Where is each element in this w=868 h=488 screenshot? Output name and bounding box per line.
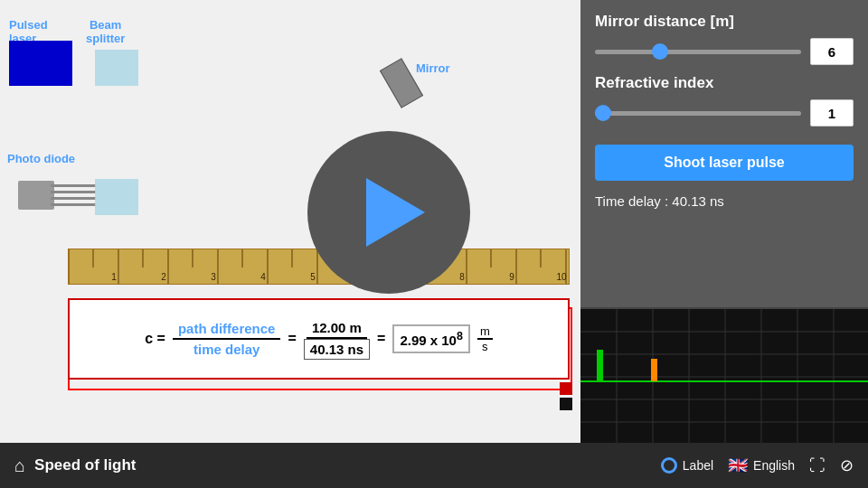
svg-text:3: 3 <box>211 272 216 282</box>
label-text: Label <box>683 458 713 473</box>
equals-1: = <box>288 331 296 347</box>
mirror-label: Mirror <box>416 61 450 75</box>
beam-splitter <box>95 50 138 86</box>
time-value: 40.13 ns <box>304 339 370 360</box>
red-square <box>560 382 572 395</box>
svg-text:1: 1 <box>111 272 117 282</box>
pulsed-laser <box>9 41 72 86</box>
unit-bottom: s <box>479 340 491 353</box>
home-icon[interactable]: ⌂ <box>14 455 25 476</box>
svg-rect-48 <box>651 359 657 381</box>
svg-text:4: 4 <box>260 272 266 282</box>
settings-icon[interactable]: ⊘ <box>840 455 854 475</box>
mirror-distance-row: 6 <box>595 38 854 65</box>
black-square <box>560 398 572 410</box>
svg-text:9: 9 <box>509 272 514 282</box>
formula-inner: c = path difference time delay = 12.00 m… <box>145 318 492 360</box>
shoot-button[interactable]: Shoot laser pulse <box>595 145 854 181</box>
bottom-left: ⌂ Speed of light <box>14 455 136 476</box>
label-circle-icon <box>661 457 677 474</box>
result-value: 2.99 x 108 <box>392 324 470 353</box>
formula-numerator: path difference <box>173 319 281 340</box>
refractive-index-label: Refractive index <box>595 74 854 92</box>
unit: m s <box>477 324 493 353</box>
wire-right-v <box>571 307 572 389</box>
refractive-index-slider[interactable] <box>595 111 801 116</box>
time-delay-label: Time delay : <box>595 193 672 209</box>
label-indicator[interactable]: Label <box>661 457 713 474</box>
bottom-bar: ⌂ Speed of light Label 🇬🇧 English ⛶ ⊘ <box>0 443 868 488</box>
photo-diode-label: Photo diode <box>7 152 75 165</box>
bottom-right: Label 🇬🇧 English ⛶ ⊘ <box>661 455 854 475</box>
mirror-distance-label: Mirror distance [m] <box>595 13 854 31</box>
svg-text:10: 10 <box>556 272 567 282</box>
bottom-title: Speed of light <box>34 456 136 474</box>
play-button[interactable] <box>307 131 470 294</box>
formula-denominator: time delay <box>188 340 265 359</box>
unit-top: m <box>477 324 493 340</box>
flag-icon: 🇬🇧 <box>728 455 748 475</box>
language-selector[interactable]: 🇬🇧 English <box>728 455 795 475</box>
refractive-index-value: 1 <box>810 99 854 127</box>
time-delay-display: Time delay : 40.13 ns <box>595 193 854 209</box>
main-scene: Pulsedlaser Beamsplitter Mirror Photo di… <box>0 0 580 443</box>
formula-fraction-left: path difference time delay <box>173 319 281 359</box>
c-label: c = <box>145 331 165 347</box>
language-text: English <box>753 458 795 473</box>
photo-diode-connector <box>18 181 54 210</box>
photo-diode-box <box>95 179 138 215</box>
mirror-distance-slider[interactable] <box>595 50 801 54</box>
svg-rect-47 <box>597 350 603 381</box>
beam-splitter-label: Beamsplitter <box>86 18 125 45</box>
time-delay-value: 40.13 ns <box>672 193 724 209</box>
equals-2: = <box>377 331 385 347</box>
formula-box: c = path difference time delay = 12.00 m… <box>68 298 570 380</box>
connector-lines <box>51 184 96 206</box>
svg-text:8: 8 <box>459 272 465 282</box>
path-value: 12.00 m <box>307 318 367 339</box>
refractive-index-row: 1 <box>595 99 854 127</box>
formula-fraction-right: 12.00 m 40.13 ns <box>304 318 370 360</box>
wire-bottom-h <box>68 389 572 390</box>
svg-text:2: 2 <box>161 272 166 282</box>
fullscreen-icon[interactable]: ⛶ <box>809 456 826 475</box>
play-triangle-icon <box>366 178 425 247</box>
svg-text:5: 5 <box>310 272 316 282</box>
mirror-distance-value: 6 <box>810 38 854 65</box>
